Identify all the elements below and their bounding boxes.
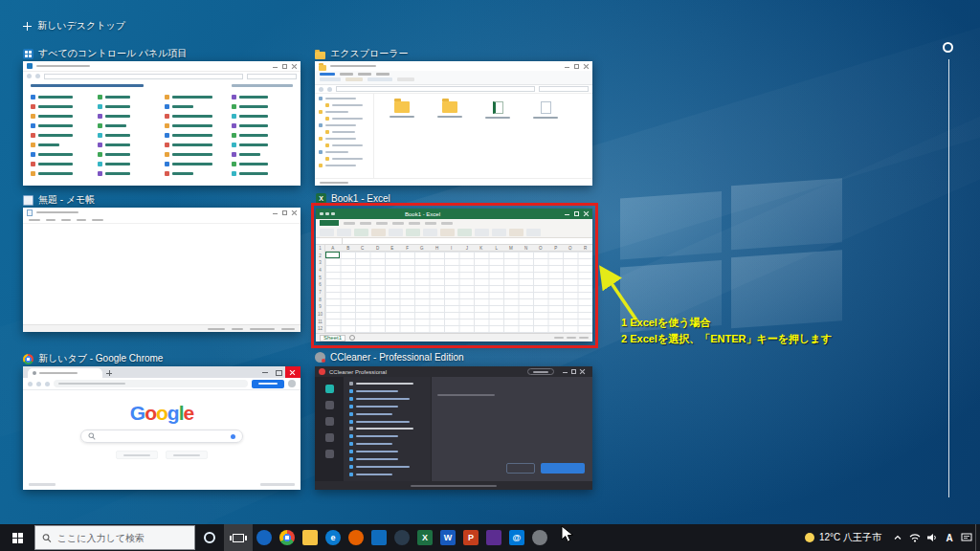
settings-icon[interactable] [528, 524, 551, 551]
tree-item[interactable] [319, 123, 369, 127]
control-panel-item[interactable] [232, 122, 293, 128]
file-item[interactable] [527, 101, 564, 119]
tree-item[interactable] [325, 130, 369, 134]
explorer-icon[interactable] [299, 524, 322, 551]
window-thumbnail-notepad[interactable] [23, 208, 301, 332]
weather-widget[interactable]: 12°C 八王子市 [797, 524, 889, 551]
steam-icon[interactable] [390, 524, 413, 551]
excel-icon[interactable]: X [413, 524, 436, 551]
control-panel-item[interactable] [31, 142, 92, 147]
edge-icon[interactable]: e [322, 524, 345, 551]
tree-item[interactable] [325, 143, 369, 147]
checklist-row[interactable] [344, 441, 431, 448]
control-panel-item[interactable] [165, 94, 226, 99]
control-panel-item[interactable] [98, 122, 159, 128]
control-panel-item[interactable] [98, 161, 159, 166]
control-panel-item[interactable] [165, 151, 226, 157]
thunderbird-icon[interactable] [253, 524, 276, 551]
checklist-row[interactable] [344, 455, 431, 462]
window-thumbnail-explorer[interactable] [315, 61, 592, 186]
control-panel-item[interactable] [98, 142, 159, 147]
tree-item[interactable] [325, 157, 369, 161]
new-desktop-button[interactable]: 新しいデスクトップ [23, 19, 125, 33]
checklist-row[interactable] [344, 410, 431, 417]
window-thumbnail-chrome[interactable]: Google [23, 366, 301, 490]
checklist-row[interactable] [344, 381, 431, 387]
tree-item[interactable] [319, 110, 369, 114]
tree-item[interactable] [325, 103, 369, 107]
control-panel-item[interactable] [165, 132, 226, 138]
control-panel-item[interactable] [31, 161, 92, 166]
control-panel-item[interactable] [232, 103, 293, 109]
control-panel-item[interactable] [31, 113, 92, 119]
cortana-button[interactable] [195, 524, 224, 551]
control-panel-item[interactable] [232, 161, 293, 166]
control-panel-item[interactable] [232, 113, 293, 119]
taskbar-search[interactable] [34, 525, 195, 550]
control-panel-item[interactable] [31, 94, 92, 99]
control-panel-item[interactable] [165, 170, 226, 176]
control-panel-item[interactable] [98, 113, 159, 119]
file-item[interactable] [432, 101, 468, 118]
checklist-row[interactable] [344, 404, 431, 410]
tree-item[interactable] [319, 97, 369, 100]
tree-item[interactable] [319, 137, 369, 141]
window-thumbnail-control-panel[interactable] [23, 61, 301, 186]
action-center-button[interactable] [958, 524, 975, 551]
checklist-row[interactable] [344, 449, 431, 455]
control-panel-item[interactable] [165, 113, 226, 119]
volume-button[interactable] [924, 524, 941, 551]
sheet-tab[interactable]: Sheet1 [320, 335, 345, 342]
checklist-row[interactable] [344, 396, 431, 403]
control-panel-item[interactable] [31, 132, 92, 138]
search-input[interactable] [57, 533, 188, 543]
checklist-row[interactable] [344, 418, 431, 425]
control-panel-item[interactable] [165, 122, 226, 128]
window-thumbnail-ccleaner[interactable]: CCleaner Professional [315, 366, 592, 490]
control-panel-item[interactable] [165, 142, 226, 147]
control-panel-item[interactable] [232, 142, 293, 147]
chrome-icon[interactable] [276, 524, 299, 551]
ime-indicator[interactable]: A [941, 524, 958, 551]
checklist-row[interactable] [344, 388, 431, 395]
start-button[interactable] [0, 524, 34, 551]
photos-icon[interactable] [482, 524, 505, 551]
control-panel-item[interactable] [98, 132, 159, 138]
checklist-row[interactable] [344, 471, 431, 477]
window-thumbnail-excel[interactable]: Book1 - Excel 123456789101112 ABCDEFGHIJ… [316, 209, 592, 342]
control-panel-item[interactable] [232, 151, 293, 157]
control-panel-item[interactable] [98, 94, 159, 99]
firefox-icon[interactable] [345, 524, 368, 551]
system-tray: 12°C 八王子市 A [797, 524, 980, 551]
control-panel-item[interactable] [165, 161, 226, 166]
control-panel-item[interactable] [98, 151, 159, 157]
word-icon[interactable]: W [436, 524, 459, 551]
tree-item[interactable] [319, 150, 369, 154]
task-view-button[interactable] [224, 524, 253, 551]
powerpoint-icon[interactable]: P [459, 524, 482, 551]
tray-chevron-button[interactable] [889, 524, 906, 551]
store-icon[interactable] [368, 524, 390, 551]
control-panel-item[interactable] [31, 122, 92, 128]
tree-item[interactable] [319, 164, 369, 167]
checklist-row[interactable] [344, 463, 431, 470]
file-item[interactable] [384, 101, 420, 118]
control-panel-item[interactable] [232, 132, 293, 138]
tree-item[interactable] [325, 117, 369, 121]
control-panel-item[interactable] [232, 94, 293, 99]
control-panel-item[interactable] [98, 170, 159, 176]
timeline-scrollbar[interactable] [948, 59, 949, 497]
control-panel-item[interactable] [31, 170, 92, 176]
control-panel-item[interactable] [98, 103, 159, 109]
control-panel-item[interactable] [232, 170, 293, 176]
control-panel-item[interactable] [31, 151, 92, 157]
show-desktop-button[interactable] [975, 524, 980, 551]
add-sheet-icon[interactable] [349, 335, 355, 341]
checklist-row[interactable] [344, 433, 431, 440]
control-panel-item[interactable] [165, 103, 226, 109]
network-button[interactable] [906, 524, 924, 551]
file-item[interactable] [479, 101, 516, 119]
mail-icon[interactable]: @ [505, 524, 528, 551]
control-panel-item[interactable] [31, 103, 92, 109]
checklist-row[interactable] [344, 426, 431, 432]
